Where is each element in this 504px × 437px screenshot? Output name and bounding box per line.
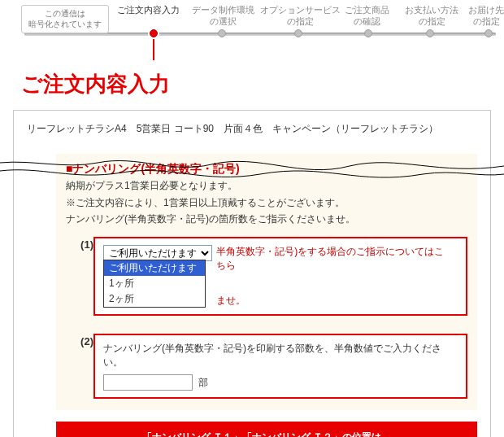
step-dot-option-service	[294, 29, 302, 37]
product-summary: リーフレットチラシA4 5営業日 コート90 片面４色 キャンペーン（リーフレッ…	[27, 122, 477, 136]
alert-banner: 「ナンバリング Ｔ１」「ナンバリング Ｔ２」の位置は、 ご入稿時の指定にお合わせ…	[56, 422, 477, 437]
order-card: リーフレットチラシA4 5営業日 コート90 片面４色 キャンペーン（リーフレッ…	[13, 110, 491, 437]
step-dot-confirm	[364, 29, 372, 37]
step-dot-data-env	[218, 29, 226, 37]
field-number-1: (1)	[66, 237, 93, 251]
field1-help-text-b: ませ。	[216, 294, 444, 308]
encryption-badge: この通信は 暗号化されています	[21, 5, 109, 33]
step-label-data-env: データ制作環境 の選択	[192, 5, 254, 28]
numbering-quantity-input[interactable]	[103, 374, 193, 391]
quantity-unit: 部	[198, 377, 208, 388]
dropdown-option-1[interactable]: 1ヶ所	[104, 276, 205, 291]
field-number-2: (2)	[66, 334, 93, 347]
field2-label: ナンバリング(半角英数字・記号)を印刷する部数を、半角数値でご入力ください。	[103, 342, 458, 369]
dropdown-option-2[interactable]: 2ヶ所	[104, 291, 205, 307]
numbering-note-2: ※ご注文内容により、1営業日以上頂戴することがございます。	[66, 195, 467, 211]
field-box-1: ご利用いただけます ご利用いただけます 1ヶ所 2ヶ所 半角英数字・記号)をする…	[93, 237, 467, 316]
numbering-panel-title: ■ナンバリング(半角英数字・記号)	[66, 162, 467, 177]
step-label-payment: お支払い方法 の指定	[405, 5, 458, 28]
field1-help-text-a: 半角英数字・記号)をする場合のご指示については	[216, 246, 434, 257]
numbering-note-1: 納期がプラス1営業日必要となります。	[66, 178, 467, 194]
progress-steps: この通信は 暗号化されています ご注文内容入力 データ制作環境 の選択 オプショ…	[0, 0, 504, 42]
step-label-order-input: ご注文内容入力	[117, 5, 180, 16]
step-label-option-service: オプションサービス の指定	[260, 5, 341, 28]
alert-line-1: 「ナンバリング Ｔ１」「ナンバリング Ｔ２」の位置は、	[63, 430, 471, 437]
numbering-note-3: ナンバリング(半角英数字・記号)の箇所数をご指示くださいませ。	[66, 212, 467, 227]
step-dot-delivery	[484, 29, 493, 37]
step-label-delivery: お届け先 の指定	[468, 5, 504, 28]
numbering-panel: ■ナンバリング(半角英数字・記号) 納期がプラス1営業日必要となります。 ※ご注…	[56, 154, 477, 410]
step-label-confirm: ご注文商品 の確認	[345, 5, 389, 28]
dropdown-option-default[interactable]: ご利用いただけます	[104, 260, 205, 276]
step-dot-order-input	[150, 29, 158, 37]
field-box-2: ナンバリング(半角英数字・記号)を印刷する部数を、半角数値でご入力ください。 部	[93, 334, 467, 399]
active-step-pointer	[153, 39, 154, 60]
step-dot-payment	[426, 29, 434, 37]
page-title: ご注文内容入力	[21, 70, 504, 98]
numbering-places-dropdown[interactable]: ご利用いただけます 1ヶ所 2ヶ所	[103, 260, 206, 308]
numbering-places-select[interactable]: ご利用いただけます	[103, 245, 212, 261]
